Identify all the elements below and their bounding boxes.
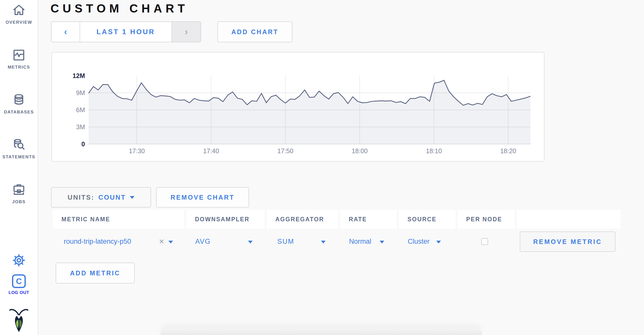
metric-name-caret-icon[interactable] [168, 241, 173, 243]
sidebar-item-label: OVERVIEW [0, 20, 38, 25]
downsampler-dropdown[interactable]: AVG [195, 238, 211, 246]
svg-text:18:00: 18:00 [352, 147, 368, 154]
sidebar-item-metrics[interactable]: METRICS [0, 48, 38, 70]
cockroach-c-logo: C [12, 274, 26, 288]
timeseries-chart: 17:3017:4017:5018:0018:1018:2003M6M9M12M [52, 53, 545, 162]
jobs-icon [12, 183, 26, 197]
svg-text:9M: 9M [76, 89, 85, 96]
source-dropdown[interactable]: Cluster [408, 238, 430, 246]
sidebar-settings[interactable] [0, 253, 38, 268]
chevron-left-icon: ‹ [64, 27, 67, 37]
column-header-rate: RATE [340, 210, 397, 229]
sidebar-brand [0, 307, 38, 333]
sidebar-item-label: METRICS [0, 65, 38, 70]
sidebar-item-databases[interactable]: DATABASES [0, 93, 38, 115]
sidebar-item-statements[interactable]: STATEMENTS [0, 138, 38, 160]
column-header-downsampler: DOWNSAMPLER [186, 210, 265, 229]
aggregator-caret-icon[interactable] [321, 241, 326, 243]
svg-text:18:10: 18:10 [426, 147, 442, 154]
metrics-icon [12, 48, 26, 62]
svg-text:18:20: 18:20 [500, 147, 516, 154]
downsampler-caret-icon[interactable] [248, 241, 253, 243]
remove-metric-button[interactable]: REMOVE METRIC [520, 231, 615, 252]
chart-card: 17:3017:4017:5018:0018:1018:2003M6M9M12M [52, 52, 544, 162]
sidebar-item-label: STATEMENTS [0, 154, 38, 160]
svg-text:17:40: 17:40 [203, 147, 219, 154]
svg-text:6M: 6M [76, 106, 85, 113]
rate-dropdown[interactable]: Normal [349, 238, 371, 246]
column-header-metric-name: METRIC NAME [53, 210, 184, 229]
cockroach-bug-icon [9, 307, 29, 333]
units-label: UNITS: [68, 194, 94, 201]
add-chart-button[interactable]: ADD CHART [217, 21, 292, 42]
sidebar-item-label: JOBS [0, 199, 38, 204]
svg-text:12M: 12M [72, 72, 85, 79]
metric-clear-icon[interactable]: ✕ [159, 238, 165, 246]
rate-caret-icon[interactable] [380, 241, 384, 243]
column-header-source: SOURCE [399, 210, 455, 229]
column-header-actions [517, 210, 621, 229]
metrics-table-header: METRIC NAME DOWNSAMPLER AGGREGATOR RATE … [53, 210, 621, 229]
column-header-aggregator: AGGREGATOR [267, 210, 338, 229]
gear-icon [11, 253, 26, 268]
metric-name-dropdown[interactable]: round-trip-latency-p50 [64, 238, 131, 246]
units-value: COUNT [98, 194, 126, 201]
sidebar-logout[interactable]: C LOG OUT [0, 274, 38, 295]
add-metric-button[interactable]: ADD METRIC [56, 263, 135, 284]
sidebar-item-overview[interactable]: OVERVIEW [0, 3, 38, 25]
column-header-per-node: PER NODE [457, 210, 515, 229]
chevron-right-icon: › [185, 27, 188, 37]
remove-chart-button[interactable]: REMOVE CHART [156, 187, 249, 208]
aggregator-dropdown[interactable]: SUM [277, 238, 294, 246]
svg-text:0: 0 [81, 140, 85, 148]
sidebar: OVERVIEW METRICS DATABASES [0, 0, 38, 335]
svg-text:17:50: 17:50 [277, 147, 293, 154]
svg-text:17:30: 17:30 [129, 147, 145, 154]
c-logo-letter: C [16, 277, 22, 286]
statements-icon [12, 138, 26, 152]
sidebar-item-label: DATABASES [0, 110, 38, 115]
home-icon [12, 3, 26, 17]
bottom-overlay-shadow [161, 329, 482, 335]
source-caret-icon[interactable] [436, 241, 441, 243]
logout-label: LOG OUT [0, 290, 38, 295]
databases-icon [12, 93, 26, 107]
page-title: CUSTOM CHART [51, 2, 188, 15]
sidebar-item-jobs[interactable]: JOBS [0, 183, 38, 204]
time-range-dropdown[interactable]: LAST 1 HOUR [80, 22, 171, 42]
time-range-selector: ‹ LAST 1 HOUR › [51, 21, 201, 42]
custom-chart-page: OVERVIEW METRICS DATABASES [0, 0, 644, 335]
units-dropdown[interactable]: UNITS: COUNT [51, 187, 151, 208]
time-range-prev-button[interactable]: ‹ [52, 22, 80, 42]
time-range-next-button[interactable]: › [171, 22, 201, 42]
chevron-down-icon [130, 196, 134, 199]
svg-text:3M: 3M [76, 123, 85, 131]
per-node-checkbox[interactable] [481, 238, 488, 245]
